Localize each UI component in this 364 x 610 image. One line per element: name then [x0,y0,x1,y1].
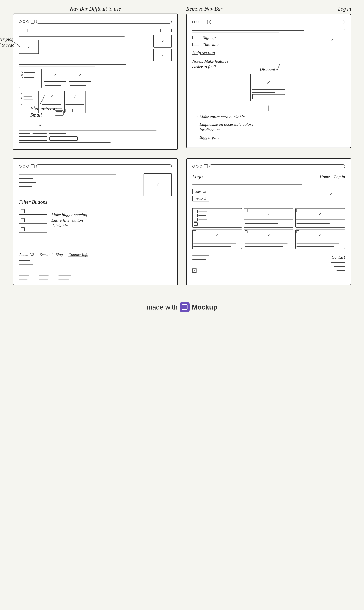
browser-chrome-2 [192,20,345,26]
dot5 [196,21,198,23]
p4l2 [194,245,226,245]
panel4-signup-label: Sign-up [195,190,206,194]
fl3 [19,268,29,268]
panel4-footer-lines [192,254,209,273]
panel3-hero-left [19,173,141,196]
prod-card2 [244,208,293,228]
prod-card6 [295,230,345,249]
hero-line1 [19,36,125,37]
prod3-img [296,208,345,220]
prod1-row3 [194,218,240,222]
fcol3-l2 [58,276,71,276]
discount-btn-wrap [252,94,285,99]
list-row2 [21,74,39,76]
fcol2-l3 [39,279,48,279]
footer-link3 [49,133,66,134]
panel2-hero-img [320,29,345,50]
list-line2 [24,75,34,75]
browser-url-bar3 [36,164,172,168]
panel4-tutorial-label: Tutorial [195,196,206,201]
filter-notes-wrap: Make bigger spacing Entire filter button… [52,208,87,233]
notes-text: Notes: Make features easier to find! [192,59,228,69]
p4-hero-line1 [192,184,302,184]
fcol2-l2 [39,276,49,276]
panel2-top-label: Remove Nav Bar [186,6,222,12]
pfr-line3 [337,270,345,271]
filter-lines-hero [19,177,141,188]
prod-card1 [192,208,242,228]
prod1-row4 [194,222,240,226]
dot2 [23,20,25,23]
prod2-img [244,208,293,220]
arrow-small [39,95,50,105]
list2-dot4 [21,103,22,105]
prod4-badge [193,230,196,233]
filter-label-wrap: Filter Buttons [19,199,172,205]
mockup-logo-inner [182,304,187,310]
fcol3-l1 [58,272,70,272]
img-card1 [44,69,66,88]
filter-label: Filter Buttons [19,199,47,205]
filter-btn3[interactable] [19,226,47,233]
svg-marker-2 [39,125,41,126]
p5l1 [245,243,287,244]
prod6-img [296,230,345,241]
pf-arrow-svg [193,269,197,273]
vert-line [269,106,269,111]
brand-name: Mockup [192,303,217,311]
panel4-signup-btn[interactable]: Sign-up [192,189,209,194]
p2l2 [245,223,278,224]
discount-img [252,76,285,90]
p5l2 [245,245,278,245]
nav-item3 [39,29,47,32]
dc-line1 [252,91,282,91]
browser-url-bar2 [209,20,345,24]
list-dot2 [21,74,23,76]
signup-row: - Sign up [192,35,317,40]
nav-item5 [160,29,172,32]
annotation-text-over: Text over pics = hard to read [0,36,16,48]
browser-chrome-1 [19,20,172,25]
footer-col3 [58,271,71,281]
filter-btn1[interactable] [19,208,47,215]
bullet-points: - Make entire card clickable - Emphasize… [192,114,345,140]
panel4-hero-img [317,183,345,205]
prod1-thumb3 [194,218,198,222]
browser-dots2 [192,21,202,23]
footer-col1 [19,271,30,281]
p3l3 [297,225,334,225]
p4l1 [194,243,236,244]
discount-card-lines [252,91,285,93]
panel4: Logo Home Log in Sign-up Tutor [186,158,351,285]
signup-label: - Sign up [200,35,216,40]
prod1-row1 [194,210,240,213]
card4-lines [65,102,85,108]
browser-dots3 [19,165,29,167]
card1-line1 [45,84,65,84]
tutorial-label: - Tutorial / [200,42,219,47]
card4-line1 [65,104,84,105]
prod6-lines [296,241,345,249]
panel4-tutorial-btn[interactable]: Tutorial [192,196,209,201]
dot12 [200,165,202,167]
p3l2 [297,223,330,224]
filter-btn2[interactable] [19,217,47,224]
panel1: Text over pics = hard to read [13,14,178,150]
p2l1 [245,222,287,222]
discount-btn [252,94,285,99]
prod2-badge [245,209,247,212]
prod4-lines [193,241,242,249]
fl2 [19,264,33,264]
card2-line2 [70,85,86,86]
p2-hero-line1 [192,30,304,31]
signup-checkbox [192,36,199,39]
dot3 [26,20,29,23]
prod1-thumb [194,210,198,213]
arrow-down [30,120,50,126]
filter-notes: Make bigger spacing Entire filter button… [52,212,87,228]
img-card2 [69,69,91,88]
dot4 [192,21,195,23]
panel3-footer: About US Semantic Blog Contact Info [13,249,177,285]
prod5-img [244,230,293,241]
panel2-header-row: Remove Nav Bar Log in [186,6,351,12]
